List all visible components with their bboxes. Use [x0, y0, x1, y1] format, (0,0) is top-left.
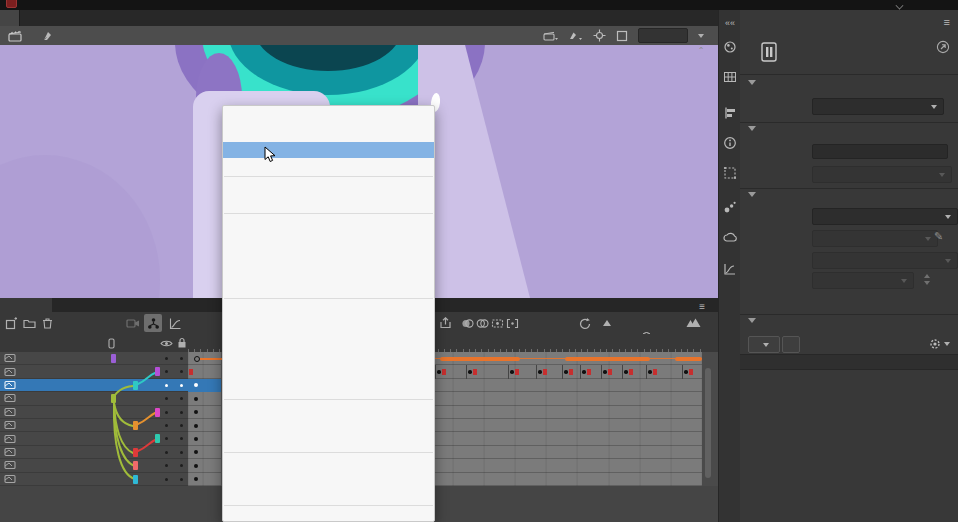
- style-select[interactable]: [812, 98, 944, 115]
- parent-bar-tangan-kanan[interactable]: [155, 434, 160, 443]
- menu-item-remove-frames[interactable]: [223, 195, 434, 211]
- parent-bar-audio[interactable]: [111, 354, 116, 363]
- app-logo-icon[interactable]: [6, 0, 17, 8]
- parent-bar-lengan-kanan[interactable]: [133, 448, 138, 457]
- section-color-effect[interactable]: [748, 80, 762, 85]
- menu-item-insert-frame[interactable]: [223, 179, 434, 195]
- camera-icon[interactable]: [124, 314, 142, 332]
- timeline-zoom-in-icon[interactable]: [684, 314, 702, 332]
- modify-markers-icon[interactable]: [503, 314, 521, 332]
- brush-library-icon[interactable]: [719, 196, 741, 218]
- keyframe-kaki-kanan-1[interactable]: [188, 473, 222, 486]
- clip-content-icon[interactable]: [616, 30, 628, 42]
- remove-filter-button[interactable]: [782, 336, 800, 353]
- keyframe-audio-1[interactable]: [188, 352, 222, 365]
- tab-timeline[interactable]: [0, 298, 52, 312]
- keyframe-kaki-kiri-1[interactable]: [188, 459, 222, 472]
- menu-item-select-all-frames[interactable]: [223, 381, 434, 397]
- menu-item-insert-keyframe[interactable]: [223, 216, 434, 232]
- lock-column-icon[interactable]: [177, 337, 187, 349]
- mouth-keyframe[interactable]: [682, 365, 702, 378]
- creative-cloud-icon[interactable]: [719, 226, 741, 248]
- add-filter-button[interactable]: [748, 336, 780, 353]
- layer-parenting-icon[interactable]: [144, 314, 162, 332]
- keyframe-tangan-kiri-1[interactable]: [188, 406, 222, 419]
- mouth-keyframe[interactable]: [562, 365, 580, 378]
- edit-sound-pencil-icon[interactable]: ✎: [934, 230, 943, 243]
- center-stage-icon[interactable]: [593, 29, 606, 42]
- menu-item-convert-to-keyframes[interactable]: [223, 264, 434, 280]
- animate-app: ⌃ «« ≡: [0, 0, 958, 522]
- mouth-keyframe[interactable]: [466, 365, 508, 378]
- menu-item-copy-frames[interactable]: [223, 317, 434, 333]
- keyframe-tangan-kanan-1[interactable]: [188, 432, 222, 445]
- delete-layer-icon[interactable]: [38, 314, 56, 332]
- new-layer-icon[interactable]: [2, 314, 20, 332]
- menu-item-cut-frames[interactable]: [223, 301, 434, 317]
- sound-sync-select: [812, 252, 958, 269]
- symbol-icon: [42, 30, 54, 42]
- menu-item-synchronize-symbols: [223, 471, 434, 487]
- graph-icon[interactable]: [166, 314, 184, 332]
- mouth-keyframe[interactable]: [646, 365, 682, 378]
- parent-bar-badan[interactable]: [111, 394, 116, 403]
- zoom-level-select[interactable]: [638, 28, 688, 43]
- mouth-keyframe[interactable]: [536, 365, 562, 378]
- edit-scene-icon[interactable]: [543, 30, 558, 42]
- menu-item-actions[interactable]: [223, 508, 434, 522]
- keyframe-kepala-1[interactable]: [188, 379, 222, 392]
- timeline-menu-icon[interactable]: ≡: [699, 301, 705, 312]
- mouth-keyframe[interactable]: [435, 365, 466, 378]
- mouth-keyframe[interactable]: [601, 365, 622, 378]
- section-filters[interactable]: [748, 318, 762, 323]
- audio-waveform-blob: [440, 357, 520, 361]
- sound-name-select[interactable]: [812, 208, 958, 225]
- scene-clapper-icon[interactable]: [8, 30, 22, 42]
- keyframe-lengan-kanan-1[interactable]: [188, 446, 222, 459]
- export-frame-icon[interactable]: [436, 314, 454, 332]
- new-folder-icon[interactable]: [20, 314, 38, 332]
- timeline-zoom-out-icon[interactable]: [598, 314, 616, 332]
- filters-options-button[interactable]: [926, 336, 952, 351]
- align-icon[interactable]: [719, 102, 741, 124]
- parent-bar-kaki-kanan[interactable]: [133, 475, 138, 484]
- menu-item-convert-to-frame-by-frame[interactable]: [223, 158, 434, 174]
- swatches-icon[interactable]: [719, 66, 741, 88]
- layer-columns-header: [0, 334, 188, 353]
- info-icon[interactable]: [719, 132, 741, 154]
- tab-output[interactable]: [52, 298, 72, 312]
- parent-bar-kaki-kiri[interactable]: [133, 461, 138, 470]
- menu-item-clear-frames[interactable]: [223, 365, 434, 381]
- keyframe-mulut-1[interactable]: [188, 365, 222, 378]
- keyframe-badan-1[interactable]: [188, 392, 222, 405]
- parent-bar-tangan-kiri[interactable]: [155, 408, 160, 417]
- zoom-caret-icon[interactable]: [698, 34, 704, 38]
- panel-menu-icon[interactable]: ≡: [944, 16, 950, 28]
- mouth-keyframe[interactable]: [508, 365, 536, 378]
- collapse-dock-icon[interactable]: ««: [719, 12, 741, 34]
- stage-scroll-up-icon[interactable]: ⌃: [697, 47, 705, 55]
- help-icon[interactable]: [936, 40, 950, 54]
- label-name-input[interactable]: [812, 144, 948, 159]
- section-label[interactable]: [748, 126, 762, 131]
- parent-bar-kepala[interactable]: [133, 381, 138, 390]
- transform-icon[interactable]: [719, 162, 741, 184]
- timeline-vertical-scrollbar[interactable]: [705, 368, 711, 478]
- parent-bar-lengan-kiri[interactable]: [133, 421, 138, 430]
- mouth-keyframe[interactable]: [622, 365, 646, 378]
- document-tab[interactable]: [0, 10, 20, 26]
- section-sound[interactable]: [748, 192, 762, 197]
- loop-icon[interactable]: [576, 314, 594, 332]
- edit-symbols-icon[interactable]: [568, 30, 583, 42]
- visibility-column-eye-icon[interactable]: [160, 339, 173, 348]
- repeat-count-stepper[interactable]: [922, 273, 934, 285]
- parent-bar-mulut[interactable]: [155, 367, 160, 376]
- color-icon[interactable]: [719, 36, 741, 58]
- menu-item-create-motion-tween[interactable]: [223, 110, 434, 126]
- menu-item-insert-blank-keyframe[interactable]: [223, 232, 434, 248]
- keyframe-lengan-kiri-1[interactable]: [188, 419, 222, 432]
- menu-item-convert-to-blank-keyframes[interactable]: [223, 280, 434, 296]
- motion-editor-icon[interactable]: [719, 258, 741, 280]
- menu-item-create-classic-tween[interactable]: [223, 142, 434, 158]
- mouth-keyframe[interactable]: [580, 365, 601, 378]
